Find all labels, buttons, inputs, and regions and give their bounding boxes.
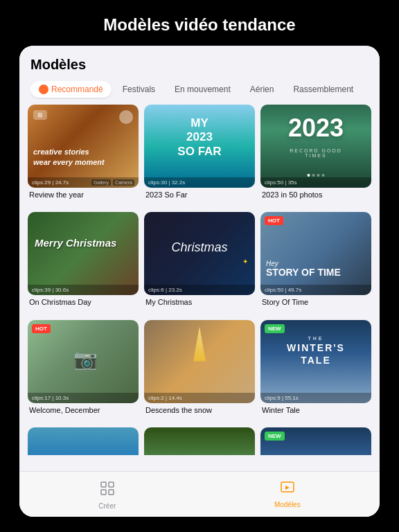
review-tags: Gallery Camera <box>91 179 134 186</box>
welcome-badge: HOT <box>32 324 51 333</box>
nav-create[interactable]: Créer <box>85 477 130 513</box>
item-wrapper-row4-3: NEW <box>260 427 371 463</box>
grid-item-story[interactable]: HOT Hey STORY OF TIME clips:50 | 49.7s <box>260 212 371 295</box>
story-badge: HOT <box>265 216 283 225</box>
svg-rect-0 <box>101 482 106 487</box>
svg-rect-1 <box>109 482 114 487</box>
year50-info-strip: clips:50 | 35s <box>260 177 371 188</box>
card-header-title: Modèles <box>30 57 369 73</box>
story-main-text: STORY OF TIME <box>266 267 366 278</box>
item-wrapper-my-christmas: Christmas ✦ clips:6 | 23.2s My Christmas <box>144 212 255 314</box>
svg-marker-5 <box>285 486 290 490</box>
christmas-merry-text: Merry Christmas <box>35 237 132 249</box>
tab-sports[interactable]: Sports <box>364 81 369 98</box>
welcome-info: clips:17 | 10.3s <box>28 393 139 403</box>
item-title-descends: Descends the snow <box>144 406 255 414</box>
tab-movement[interactable]: En mouvement <box>166 81 239 98</box>
item-wrapper-christmas-day: Merry Christmas clips:39 | 30.6s On Chri… <box>28 212 139 314</box>
story-info: clips:50 | 49.7s <box>260 285 371 295</box>
bottom-nav: Créer Modèles <box>19 471 380 517</box>
item-wrapper-2023-50: 2023 RECORD GOOD TIMES clips:50 | 35s 20… <box>260 105 371 206</box>
year-2023-text: 2023 <box>288 114 344 143</box>
welcome-camera: 📷 <box>73 348 98 371</box>
item-wrapper-winter: NEW THE WINTER'S TALE clips:9 | 55.1s Wi… <box>260 320 371 422</box>
christmas-script-text: Christmas <box>171 240 227 254</box>
my-christmas-sparkle: ✦ <box>242 258 248 263</box>
item-wrapper-welcome: HOT 📷 clips:17 | 10.3s Welcome, December <box>28 320 139 422</box>
tab-recommended-icon <box>39 85 48 94</box>
tabs-row: Recommandé Festivals En mouvement Aérien… <box>30 81 369 105</box>
grid-item-my-christmas[interactable]: Christmas ✦ clips:6 | 23.2s <box>144 212 255 295</box>
sofar-text: MY 2023 SO FAR <box>177 116 221 159</box>
grid-item-review[interactable]: ⊞ creative stories wear every moment cli… <box>28 105 139 188</box>
grid-item-row4-2[interactable] <box>144 427 255 455</box>
item-wrapper-story: HOT Hey STORY OF TIME clips:50 | 49.7s S… <box>260 212 371 314</box>
item-title-2023sofar: 2023 So Far <box>144 190 255 199</box>
svg-rect-3 <box>109 490 114 495</box>
tab-festivals[interactable]: Festivals <box>114 81 163 98</box>
sofar-info-strip: clips:30 | 32.2s <box>144 177 255 188</box>
main-card: Modèles Recommandé Festivals En mouvemen… <box>19 46 380 517</box>
item-title-welcome: Welcome, December <box>28 406 139 414</box>
item-wrapper-row4-2 <box>144 427 255 463</box>
nav-models[interactable]: Modèles <box>260 477 314 513</box>
winter-text-container: THE WINTER'S TALE <box>287 335 345 366</box>
page-title: Modèles vidéo tendance <box>0 0 399 46</box>
tab-gathering[interactable]: Rassemblement <box>285 81 362 98</box>
card-header: Modèles Recommandé Festivals En mouvemen… <box>19 46 380 105</box>
nav-models-label: Modèles <box>274 501 301 508</box>
grid-item-2023sofar[interactable]: MY 2023 SO FAR clips:30 | 32.2s <box>144 105 255 188</box>
grid-item-welcome[interactable]: HOT 📷 clips:17 | 10.3s <box>28 320 139 403</box>
grid-item-2023-50[interactable]: 2023 RECORD GOOD TIMES clips:50 | 35s <box>260 105 371 188</box>
item-wrapper-2023sofar: MY 2023 SO FAR clips:30 | 32.2s 2023 So … <box>144 105 255 206</box>
winter-badge: NEW <box>265 324 285 333</box>
grid-item-winter[interactable]: NEW THE WINTER'S TALE clips:9 | 55.1s <box>260 320 371 403</box>
grid-item-descends[interactable]: clips:2 | 14.4s <box>144 320 255 403</box>
row4-3-badge: NEW <box>265 432 285 441</box>
grid-item-row4-3[interactable]: NEW <box>260 427 371 455</box>
models-icon <box>279 480 296 499</box>
item-wrapper-descends: clips:2 | 14.4s Descends the snow <box>144 320 255 422</box>
templates-grid: ⊞ creative stories wear every moment cli… <box>19 105 380 471</box>
year-subtitle: RECORD GOOD TIMES <box>288 148 344 158</box>
svg-rect-2 <box>101 490 106 495</box>
item-title-my-christmas: My Christmas <box>144 298 255 306</box>
item-title-story: Story Of Time <box>260 298 371 306</box>
item-title-winter: Winter Tale <box>260 406 371 414</box>
item-wrapper-row4-1 <box>28 427 139 463</box>
grid-item-row4-1[interactable] <box>28 427 139 455</box>
tab-recommended[interactable]: Recommandé <box>30 81 112 98</box>
item-title-2023-50: 2023 in 50 photos <box>260 190 371 199</box>
review-info-strip: clips:29 | 24.7s Gallery Camera <box>28 177 139 188</box>
winter-info: clips:9 | 55.1s <box>260 393 371 403</box>
item-title-christmas-day: On Christmas Day <box>28 298 139 306</box>
my-christmas-info: clips:6 | 23.2s <box>144 285 255 295</box>
story-overlay-text: Hey STORY OF TIME <box>266 260 366 278</box>
descends-info: clips:2 | 14.4s <box>144 393 255 403</box>
nav-create-label: Créer <box>98 502 116 510</box>
review-overlay-icon: ⊞ <box>33 110 47 120</box>
item-title-review: Review the year <box>28 190 139 199</box>
tab-aerial[interactable]: Aérien <box>242 81 283 98</box>
review-text: creative stories wear every moment <box>33 147 133 167</box>
grid-item-christmas-day[interactable]: Merry Christmas clips:39 | 30.6s <box>28 212 139 295</box>
descends-light <box>189 327 210 362</box>
christmas-day-info: clips:39 | 30.6s <box>28 285 139 295</box>
item-wrapper-review: ⊞ creative stories wear every moment cli… <box>28 105 139 206</box>
review-avatar <box>119 110 133 124</box>
year-dots <box>308 174 325 177</box>
create-icon <box>99 480 116 501</box>
